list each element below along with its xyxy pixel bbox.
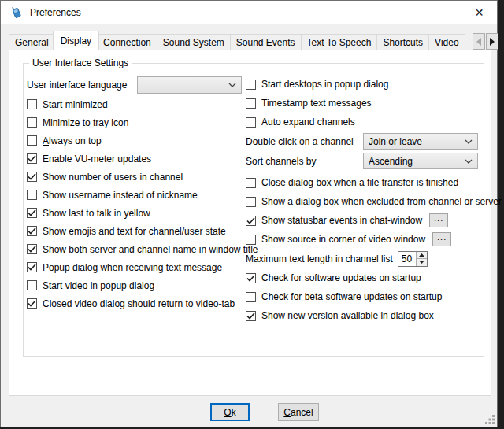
checkbox-row[interactable]: Show emojis and text for channel/user st… <box>27 222 246 240</box>
checkbox[interactable] <box>246 178 256 188</box>
checkbox-row[interactable]: Show source in corner of video window ..… <box>246 230 494 249</box>
checkbox[interactable] <box>27 190 37 200</box>
double-click-combobox[interactable]: Join or leave <box>363 133 478 150</box>
tab-scroll-right-button[interactable] <box>486 33 498 50</box>
tab-bar: GeneralDisplayConnectionSound SystemSoun… <box>9 31 472 50</box>
tab[interactable]: Video <box>428 34 465 50</box>
checkmark-icon <box>28 209 36 216</box>
checkbox[interactable] <box>27 226 37 236</box>
checkbox[interactable] <box>246 216 256 226</box>
checkbox-row[interactable]: Start desktops in popup dialog <box>246 75 494 94</box>
checkbox[interactable] <box>27 244 37 254</box>
checkbox[interactable] <box>27 135 37 146</box>
checkbox[interactable] <box>246 273 256 283</box>
titlebar[interactable]: Preferences ✕ <box>1 1 497 24</box>
checkbox[interactable] <box>27 172 37 182</box>
right-checkbox-list-mid: Close dialog box when a file transfer is… <box>246 173 494 249</box>
checkbox-row[interactable]: Timestamp text messages <box>246 94 494 113</box>
tab[interactable]: Connection <box>97 34 158 50</box>
spin-up-button[interactable] <box>417 252 427 260</box>
checkbox-row[interactable]: Check for beta software updates on start… <box>246 287 494 306</box>
tab[interactable]: General <box>9 34 55 50</box>
checkbox[interactable] <box>27 208 37 218</box>
checkbox[interactable] <box>246 197 256 207</box>
checkbox[interactable] <box>246 311 256 321</box>
checkbox-row[interactable]: Close dialog box when a file transfer is… <box>246 173 494 192</box>
checkbox[interactable] <box>246 98 256 109</box>
ellipsis-button[interactable]: ... <box>429 213 448 227</box>
checkbox-row[interactable]: Show statusbar events in chat-window ... <box>246 211 494 230</box>
checkbox-row[interactable]: Show last to talk in yellow <box>27 204 246 222</box>
checkbox[interactable] <box>27 99 37 109</box>
max-text-length-spinbox[interactable]: 50 <box>398 251 428 267</box>
tab[interactable]: Sound System <box>157 34 231 50</box>
checkbox-row[interactable]: Show username instead of nickname <box>27 186 246 204</box>
checkbox-row[interactable]: Popup dialog when receiving text message <box>27 258 246 276</box>
checkbox-label: Closed video dialog should return to vid… <box>43 298 235 309</box>
checkbox[interactable] <box>27 117 37 128</box>
checkbox-label: Start video in popup dialog <box>43 280 154 291</box>
checkbox[interactable] <box>246 235 256 245</box>
tab-label: Sound System <box>163 37 224 48</box>
checkmark-icon <box>28 155 36 162</box>
checkbox[interactable] <box>27 298 37 309</box>
max-text-length-label: Maximum text length in channel list <box>246 253 393 264</box>
left-checkbox-list: Start minimized Minimize to tray icon Al… <box>27 95 246 313</box>
checkbox-row[interactable]: Show both server and channel name in win… <box>27 240 246 258</box>
window-title: Preferences <box>30 7 81 18</box>
resize-grip[interactable] <box>484 414 495 425</box>
checkbox-label: Check for beta software updates on start… <box>261 291 442 302</box>
checkmark-icon <box>28 173 36 180</box>
close-button[interactable]: ✕ <box>461 1 497 24</box>
checkbox-label: Popup dialog when receiving text message <box>43 262 222 273</box>
checkbox-label: Check for software updates on startup <box>261 272 421 283</box>
tab-label: Display <box>61 35 91 46</box>
checkbox-row[interactable]: Show new version available in dialog box <box>246 306 494 325</box>
language-combobox[interactable] <box>137 76 242 94</box>
checkbox-row[interactable]: Auto expand channels <box>246 113 494 131</box>
checkmark-icon <box>246 217 255 224</box>
checkbox-row[interactable]: Start minimized <box>27 95 246 113</box>
tab[interactable]: Text To Speech <box>301 34 378 50</box>
checkbox-label: Show emojis and text for channel/user st… <box>43 226 226 237</box>
checkbox[interactable] <box>27 262 37 272</box>
sort-channels-combobox[interactable]: Ascending <box>363 153 478 169</box>
spinbox-value: 50 <box>398 252 416 266</box>
checkbox[interactable] <box>27 280 37 290</box>
checkbox-row[interactable]: Always on top <box>27 131 246 150</box>
checkbox-row[interactable]: Show a dialog box when excluded from cha… <box>246 192 494 211</box>
tab-scroll-left-button[interactable] <box>472 33 485 50</box>
checkbox[interactable] <box>246 117 256 128</box>
spinbox-buttons <box>416 252 427 266</box>
checkbox-label: Minimize to tray icon <box>43 117 128 128</box>
tab-scroll-buttons <box>472 33 498 50</box>
right-checkbox-list-bottom: Check for software updates on startup Ch… <box>246 268 494 325</box>
cancel-button[interactable]: Cancel <box>278 403 319 421</box>
checkbox-label: Show source in corner of video window <box>261 234 425 245</box>
checkmark-icon <box>28 264 36 271</box>
checkbox[interactable] <box>27 153 37 164</box>
preferences-dialog: Preferences ✕ GeneralDisplayConnectionSo… <box>0 0 498 427</box>
left-column: User interface language Start minimized … <box>27 75 246 313</box>
tab-label: Text To Speech <box>307 37 372 48</box>
checkbox-row[interactable]: Enable VU-meter updates <box>27 150 246 168</box>
spin-down-button[interactable] <box>417 259 427 266</box>
chevron-down-icon <box>465 139 472 144</box>
ellipsis-button[interactable]: ... <box>432 232 451 246</box>
checkbox-row[interactable]: Check for software updates on startup <box>246 268 494 287</box>
tab[interactable]: Display <box>53 31 99 50</box>
right-checkbox-list-top: Start desktops in popup dialog Timestamp… <box>246 75 494 131</box>
checkbox-row[interactable]: Start video in popup dialog <box>27 276 246 294</box>
checkbox[interactable] <box>246 80 256 90</box>
checkbox[interactable] <box>246 292 256 302</box>
tab[interactable]: Sound Events <box>230 34 302 50</box>
ok-button[interactable]: Ok <box>210 403 250 421</box>
checkbox-row[interactable]: Minimize to tray icon <box>27 113 246 131</box>
checkbox-label: Auto expand channels <box>261 116 355 128</box>
checkbox-label: Start minimized <box>43 99 108 110</box>
tab[interactable]: Shortcuts <box>376 34 429 50</box>
sort-channels-label: Sort channels by <box>246 156 316 167</box>
checkbox-row[interactable]: Show number of users in channel <box>27 168 246 186</box>
right-column: Start desktops in popup dialog Timestamp… <box>246 75 494 325</box>
checkbox-row[interactable]: Closed video dialog should return to vid… <box>27 294 246 313</box>
